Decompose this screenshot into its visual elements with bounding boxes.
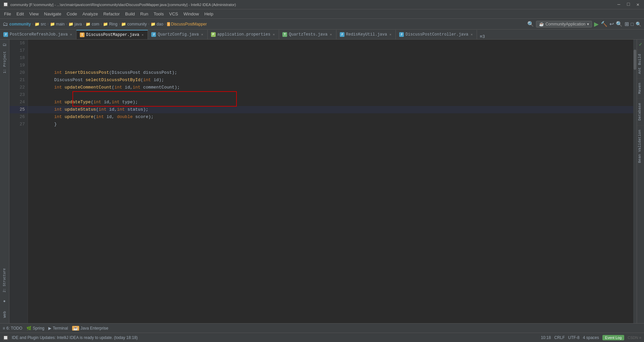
tabs-bar: J PostScoreRefreshJob.java ✕ I DiscussPo…: [0, 30, 644, 40]
menu-refactor[interactable]: Refactor: [101, 10, 122, 18]
line-num-26: 26: [9, 113, 28, 121]
run-config[interactable]: ☕ CommunityApplication ▾: [536, 21, 592, 27]
close-button[interactable]: ✕: [635, 1, 641, 8]
editor-area: 16 17 18 19 20 21 22 23 24 25 26 27 int …: [9, 40, 637, 323]
java-active-icon: I: [80, 33, 85, 37]
tab-close-icon[interactable]: ✕: [201, 32, 204, 37]
tab-close-icon[interactable]: ✕: [141, 33, 144, 37]
title-text: community [F:\community] - ...\src\main\…: [10, 3, 615, 7]
nav-main[interactable]: 📁 main: [50, 22, 65, 26]
tab-application-properties[interactable]: P application.properties ✕: [208, 30, 279, 39]
tab-discusspostcontroller[interactable]: J DiscussPostController.java ✕: [396, 30, 477, 39]
code-editor[interactable]: int insertDiscussPost(DiscussPost discus…: [28, 40, 637, 323]
menu-tools[interactable]: Tools: [151, 10, 166, 18]
line-num-27: 27: [9, 121, 28, 128]
menu-view[interactable]: View: [26, 10, 41, 18]
status-csdn: CSDN ≡: [628, 336, 641, 340]
tab-quartzconfig[interactable]: J QuartzConfig.java ✕: [148, 30, 207, 39]
tab-close-icon[interactable]: ✕: [389, 32, 392, 37]
sidebar-item-favorites[interactable]: ★: [1, 296, 9, 307]
search-icon[interactable]: 🔍: [527, 21, 534, 27]
java-icon: J: [399, 32, 404, 37]
todo-icon: ≡: [3, 326, 5, 331]
menu-analyze[interactable]: Analyze: [80, 10, 101, 18]
spring-button[interactable]: 🌿 Spring: [26, 326, 45, 331]
right-tab-beanvalidation[interactable]: Bean Validation: [637, 125, 644, 167]
sidebar-item-structure[interactable]: 2: Structure: [1, 266, 8, 295]
tab-close-icon[interactable]: ✕: [69, 32, 73, 37]
line-num-23: 23: [9, 91, 28, 99]
menu-code[interactable]: Code: [64, 10, 80, 18]
status-bar: 🔲 IDE and Plugin Updates: IntelliJ IDEA …: [0, 333, 644, 342]
vertical-scrollbar[interactable]: [633, 40, 637, 323]
tab-close-icon[interactable]: ✕: [470, 32, 473, 37]
coverage-button[interactable]: ↩: [609, 21, 614, 27]
code-line-19: int insertDiscussPost(DiscussPost discus…: [28, 62, 637, 69]
nav-src[interactable]: 📁 src: [35, 22, 46, 26]
status-indent[interactable]: 4 spaces: [583, 335, 599, 340]
status-icon: 🔲: [3, 335, 8, 340]
java-enterprise-icon: ☕: [72, 326, 79, 331]
status-position[interactable]: 10:18: [541, 335, 551, 340]
right-tab-maven[interactable]: Maven: [637, 78, 644, 98]
nav-icon-project: 🗂: [3, 21, 8, 27]
sidebar-item-web[interactable]: Web: [1, 308, 8, 321]
line-num-18: 18: [9, 54, 28, 62]
line-num-16: 16: [9, 40, 28, 47]
menu-help[interactable]: Help: [202, 10, 216, 18]
terminal-button[interactable]: ▶ Terminal: [48, 326, 68, 331]
run-button[interactable]: ▶: [594, 20, 599, 28]
more-tabs-button[interactable]: ≡3: [477, 34, 488, 39]
line-num-17: 17: [9, 47, 28, 54]
left-sidebar: 🗂 1: Project 2: Structure ★ Web: [0, 40, 9, 323]
java-enterprise-button[interactable]: ☕ Java Enterprise: [72, 326, 108, 331]
code-line-23: int updateType(int id,int type);: [28, 91, 637, 99]
nav-mapper[interactable]: I DiscussPostMapper: [167, 22, 207, 26]
todo-label: 6: TODO: [6, 326, 22, 331]
layout-button[interactable]: ⊞: [625, 21, 629, 27]
nav-com[interactable]: 📁 com: [86, 22, 99, 26]
menu-build[interactable]: Build: [122, 10, 138, 18]
tab-label: DiscussPostController.java: [406, 32, 468, 37]
nav-dao[interactable]: 📁 dao: [151, 22, 163, 26]
todo-button[interactable]: ≡ 6: TODO: [3, 326, 22, 331]
profile-button[interactable]: 🔍: [616, 21, 623, 27]
line-num-24: 24: [9, 99, 28, 106]
title-bar: 🔲 community [F:\community] - ...\src\mai…: [0, 0, 644, 9]
status-line-ending[interactable]: CRLF: [554, 335, 565, 340]
right-tab-database[interactable]: Database: [637, 99, 644, 125]
nav-community2[interactable]: 📁 community: [121, 22, 147, 26]
search-all-button[interactable]: 🔍: [636, 21, 641, 27]
nav-ring[interactable]: 📁 Ring: [103, 22, 117, 26]
tab-close-icon[interactable]: ✕: [272, 32, 275, 37]
status-encoding[interactable]: UTF-8: [568, 335, 580, 340]
event-log-button[interactable]: Event Log: [602, 335, 625, 340]
menu-window[interactable]: Window: [181, 10, 202, 18]
maximize-button[interactable]: □: [625, 1, 632, 8]
minimize-button[interactable]: —: [615, 1, 622, 8]
tab-postscorerefreshjob[interactable]: J PostScoreRefreshJob.java ✕: [0, 30, 76, 39]
scrollbar-thumb[interactable]: [634, 50, 636, 70]
nav-community[interactable]: community: [9, 22, 31, 26]
sidebar-item-project[interactable]: 1: Project: [1, 49, 8, 76]
tab-quartztests[interactable]: T QuartzTests.java ✕: [279, 30, 336, 39]
tab-rediskeyutil[interactable]: J RedisKeyUtil.java ✕: [336, 30, 396, 39]
java-icon: J: [340, 32, 344, 37]
tab-close-icon[interactable]: ✕: [329, 32, 332, 37]
code-line-16: [28, 40, 637, 47]
spring-label: Spring: [33, 326, 45, 331]
sidebar-project-icon: 🗂: [3, 42, 7, 47]
menu-file[interactable]: File: [1, 10, 14, 18]
right-tab-antbuild[interactable]: Ant Build: [637, 50, 644, 78]
fullscreen-button[interactable]: □: [631, 21, 634, 27]
build-button[interactable]: 🔨: [601, 21, 607, 27]
menu-run[interactable]: Run: [138, 10, 151, 18]
nav-bar: 🗂 community › 📁 src › 📁 main › 📁 java › …: [0, 19, 644, 30]
tab-label: PostScoreRefreshJob.java: [10, 32, 68, 37]
nav-java[interactable]: 📁 java: [68, 22, 82, 26]
tab-discusspostmapper[interactable]: I DiscussPostMapper.java ✕: [76, 30, 148, 39]
menu-navigate[interactable]: Navigate: [41, 10, 64, 18]
menu-vcs[interactable]: VCS: [166, 10, 181, 18]
menu-edit[interactable]: Edit: [14, 10, 26, 18]
line-numbers: 16 17 18 19 20 21 22 23 24 25 26 27: [9, 40, 28, 323]
